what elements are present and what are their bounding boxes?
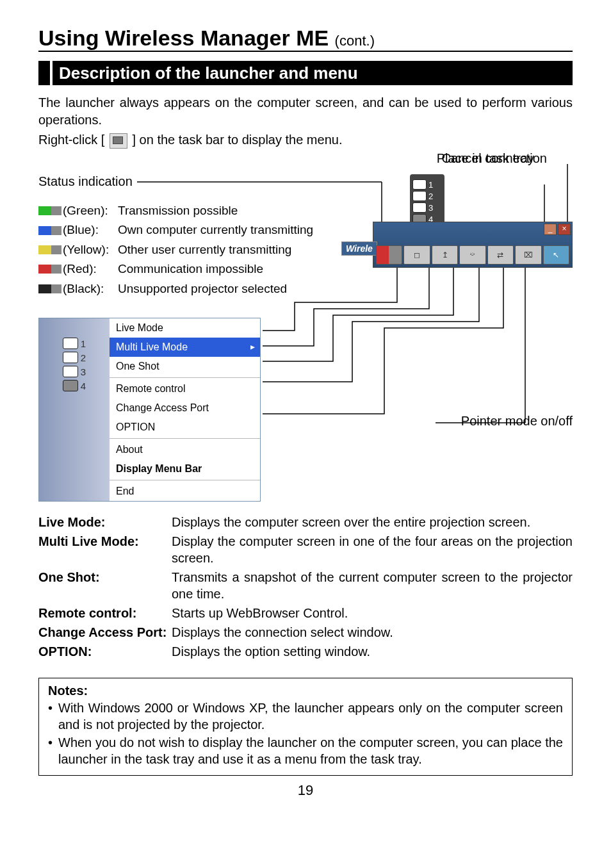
- context-menu-side-item: 4: [63, 380, 86, 391]
- menu-separator: [110, 377, 260, 378]
- diagram: Cancel connection Place in task tray Sta…: [38, 151, 573, 510]
- menu-item-multi-live-mode[interactable]: Multi Live Mode: [110, 338, 260, 357]
- context-menu-items: Live Mode Multi Live Mode One Shot Remot…: [110, 318, 260, 501]
- status-desc: Other user currently transmitting: [118, 240, 291, 259]
- projector-list-item[interactable]: 2: [412, 191, 442, 201]
- tray-icon: [110, 133, 127, 149]
- definition-row: Change Access Port: Displays the connect…: [38, 624, 573, 641]
- monitor-icon: [412, 191, 427, 201]
- definition-term: Change Access Port:: [38, 624, 172, 641]
- status-label: (Green):: [63, 201, 118, 220]
- menu-item-display-menu-bar[interactable]: Display Menu Bar: [110, 459, 260, 479]
- status-label: (Yellow):: [63, 240, 118, 259]
- menu-separator: [110, 438, 260, 439]
- select-button[interactable]: ↥: [432, 245, 458, 265]
- notes-box: Notes: • With Windows 2000 or Windows XP…: [38, 678, 573, 776]
- status-desc: Own computer currently transmitting: [118, 220, 313, 240]
- swatch-black: [38, 284, 61, 293]
- definition-row: Remote control: Starts up WebBrowser Con…: [38, 605, 573, 621]
- intro-post: ] on the task bar to display the menu.: [132, 133, 342, 147]
- launcher-title: Wirele: [341, 242, 377, 256]
- swatch-yellow: [38, 245, 61, 254]
- intro-paragraph-1: The launcher always appears on the compu…: [38, 94, 573, 129]
- page-title-main: Using Wireless Manager ME: [38, 26, 329, 50]
- menu-item-change-access-port[interactable]: Change Access Port: [110, 398, 260, 418]
- menu-item-end[interactable]: End: [110, 482, 260, 501]
- status-color-legend: (Green): Transmission possible (Blue): O…: [38, 201, 313, 299]
- window-controls: _ ×: [544, 224, 571, 235]
- status-label: (Blue):: [63, 220, 118, 240]
- projector-list-item[interactable]: 1: [412, 179, 442, 190]
- definition-desc: Transmits a snapshot of the current comp…: [172, 569, 573, 602]
- definition-row: Multi Live Mode: Display the computer sc…: [38, 533, 573, 566]
- monitor-icon: [63, 366, 78, 377]
- remote-icon[interactable]: ⌧: [515, 245, 541, 265]
- context-menu-side-item: 2: [63, 352, 86, 363]
- intro-paragraph-2: Right-click [ ] on the task bar to displ…: [38, 131, 573, 149]
- definition-row: OPTION: Displays the option setting wind…: [38, 643, 573, 660]
- menu-item-remote-control[interactable]: Remote control: [110, 379, 260, 398]
- context-menu-side-item: 1: [63, 338, 86, 349]
- definition-desc: Displays the computer screen over the en…: [172, 514, 573, 530]
- context-menu: 1 2 3 4 Live Mode Multi Live Mode One Sh…: [38, 318, 261, 502]
- callout-status-indication: Status indication: [38, 174, 133, 189]
- notes-text: When you do not wish to display the laun…: [58, 734, 563, 767]
- wifi-icon[interactable]: ⌔: [459, 245, 485, 265]
- notes-item: • When you do not wish to display the la…: [48, 734, 563, 767]
- status-row-black: (Black): Unsupported projector selected: [38, 279, 313, 299]
- minimize-to-tray-button[interactable]: _: [544, 224, 557, 235]
- callout-place-in-tray: Place in task tray: [437, 151, 534, 166]
- monitor-icon: [63, 352, 78, 363]
- status-label: (Red):: [63, 259, 118, 279]
- bullet-icon: •: [48, 734, 58, 767]
- swatch-blue: [38, 226, 61, 235]
- callout-pointer-mode: Pointer mode on/off: [461, 414, 573, 429]
- status-desc: Communication impossible: [118, 259, 263, 279]
- close-button[interactable]: ×: [558, 224, 571, 235]
- definition-desc: Displays the connection select window.: [172, 624, 573, 641]
- status-row-blue: (Blue): Own computer currently transmitt…: [38, 220, 313, 240]
- projector-list-item[interactable]: 3: [412, 202, 442, 213]
- definition-term: Multi Live Mode:: [38, 533, 172, 566]
- menu-item-option[interactable]: OPTION: [110, 418, 260, 437]
- section-title: Description of the launcher and menu: [53, 61, 573, 85]
- menu-item-about[interactable]: About: [110, 440, 260, 459]
- monitor-icon: [63, 380, 78, 391]
- status-desc: Transmission possible: [118, 201, 238, 220]
- swatch-green: [38, 206, 61, 215]
- status-row-green: (Green): Transmission possible: [38, 201, 313, 220]
- status-row-yellow: (Yellow): Other user currently transmitt…: [38, 240, 313, 259]
- menu-item-live-mode[interactable]: Live Mode: [110, 318, 260, 338]
- definition-term: Live Mode:: [38, 514, 172, 530]
- menu-item-one-shot[interactable]: One Shot: [110, 357, 260, 376]
- swatch-red: [38, 265, 61, 274]
- section-header: Description of the launcher and menu: [38, 61, 573, 85]
- monitor-icon: [412, 202, 427, 213]
- launcher-window: Wirele _ × ◻ ↥ ⌔ ⇄ ⌧ ↖: [373, 222, 573, 268]
- pointer-icon[interactable]: ↖: [543, 245, 569, 265]
- monitor-icon: [63, 338, 78, 349]
- definition-term: One Shot:: [38, 569, 172, 602]
- status-label: (Black):: [63, 279, 118, 299]
- status-swatch-icon: [376, 245, 402, 265]
- definition-term: OPTION:: [38, 643, 172, 660]
- menu-separator: [110, 480, 260, 480]
- notes-title: Notes:: [48, 684, 563, 698]
- context-menu-side-item: 3: [63, 366, 86, 377]
- definition-row: Live Mode: Displays the computer screen …: [38, 514, 573, 530]
- mode-button[interactable]: ◻: [403, 245, 430, 265]
- definition-desc: Displays the option setting window.: [172, 643, 573, 660]
- definition-desc: Display the computer screen in one of th…: [172, 533, 573, 566]
- definition-desc: Starts up WebBrowser Control.: [172, 605, 573, 621]
- page-title-cont: (cont.): [335, 33, 375, 49]
- intro-pre: Right-click [: [38, 133, 104, 147]
- page-title: Using Wireless Manager ME (cont.): [38, 26, 375, 50]
- definition-row: One Shot: Transmits a snapshot of the cu…: [38, 569, 573, 602]
- notes-text: With Windows 2000 or Windows XP, the lau…: [58, 700, 563, 733]
- page-number: 19: [38, 782, 573, 799]
- bullet-icon: •: [48, 700, 58, 733]
- status-desc: Unsupported projector selected: [118, 279, 287, 299]
- tools-icon[interactable]: ⇄: [487, 245, 514, 265]
- definition-term: Remote control:: [38, 605, 172, 621]
- definitions-list: Live Mode: Displays the computer screen …: [38, 514, 573, 660]
